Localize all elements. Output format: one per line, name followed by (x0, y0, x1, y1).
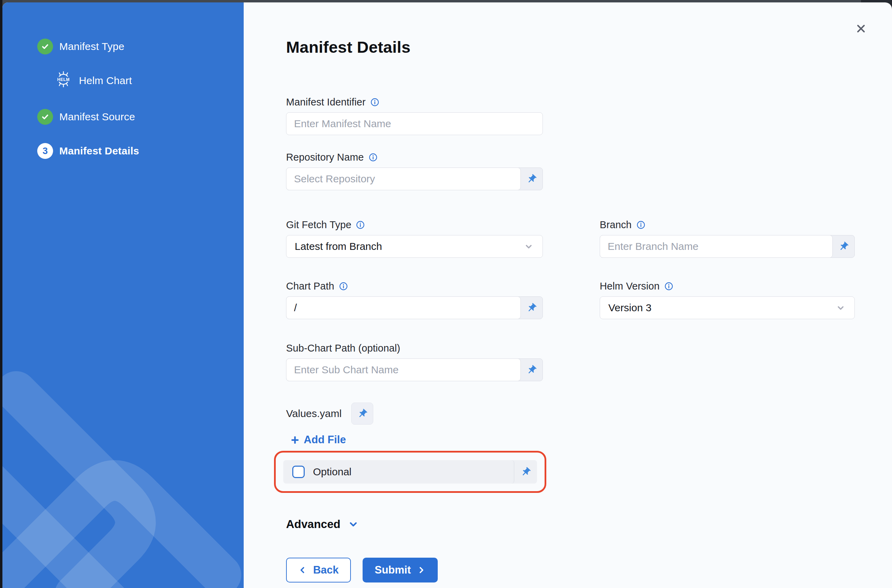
chart-path-field: Chart Path (286, 280, 543, 319)
helm-icon: HELM (53, 69, 73, 92)
chevron-left-icon (298, 566, 307, 574)
repository-name-label: Repository Name (286, 152, 364, 163)
helm-version-select[interactable]: Version 3 (600, 296, 855, 319)
back-button[interactable]: Back (286, 558, 351, 582)
step-complete-icon (37, 109, 53, 125)
submit-label: Submit (375, 564, 411, 576)
repository-name-field: Repository Name (286, 152, 543, 190)
chevron-down-icon (523, 241, 534, 252)
optional-checkbox[interactable] (292, 466, 305, 478)
chart-path-label: Chart Path (286, 280, 334, 292)
git-fetch-type-field: Git Fetch Type Latest from Branch (286, 219, 543, 258)
svg-text:HELM: HELM (57, 77, 70, 82)
chevron-right-icon (417, 566, 426, 574)
sub-chart-path-input[interactable] (286, 358, 521, 381)
plus-icon: + (291, 435, 299, 445)
back-label: Back (313, 564, 339, 576)
page-backdrop-left-edge (0, 0, 2, 588)
harness-logo-watermark (2, 371, 244, 588)
branch-field: Branch (600, 219, 855, 258)
advanced-section-toggle[interactable]: Advanced (286, 518, 858, 531)
add-file-label: Add File (304, 434, 346, 446)
wizard-steps: Manifest Type (2, 2, 244, 159)
pin-icon[interactable] (521, 359, 543, 381)
page-title: Manifest Details (286, 38, 892, 57)
helm-version-label: Helm Version (600, 280, 660, 292)
values-yaml-pin-button[interactable] (351, 403, 373, 424)
manifest-identifier-field: Manifest Identifier (286, 96, 543, 135)
helm-version-value: Version 3 (608, 302, 651, 314)
step-number-badge: 3 (37, 143, 53, 159)
pin-icon[interactable] (521, 168, 543, 190)
manifest-details-panel: Manifest Details Manifest Identifier Rep… (244, 2, 892, 588)
pin-icon (357, 408, 368, 419)
branch-label: Branch (600, 219, 632, 231)
info-icon[interactable] (369, 153, 378, 162)
manifest-identifier-label: Manifest Identifier (286, 96, 366, 108)
info-icon[interactable] (339, 282, 348, 291)
info-icon[interactable] (356, 220, 365, 230)
sidebar-step-manifest-type[interactable]: Manifest Type (37, 39, 244, 54)
chart-path-input[interactable] (286, 296, 521, 319)
sub-chart-path-label: Sub-Chart Path (optional) (286, 343, 400, 354)
step-complete-icon (37, 39, 53, 54)
wizard-sidebar: Manifest Type (2, 2, 244, 588)
values-optional-field: Optional (283, 460, 537, 484)
optional-checkbox-label: Optional (313, 466, 352, 478)
git-fetch-type-select[interactable]: Latest from Branch (286, 235, 543, 258)
add-file-button[interactable]: + Add File (291, 434, 858, 446)
submit-button[interactable]: Submit (363, 558, 438, 582)
step-label: Manifest Details (59, 145, 139, 157)
info-icon[interactable] (664, 282, 673, 291)
pin-icon[interactable] (514, 466, 537, 477)
manifest-wizard-modal: Manifest Type (2, 2, 892, 588)
step-label: Manifest Source (59, 111, 135, 123)
repository-name-input[interactable] (286, 168, 521, 190)
optional-checkbox-group: Optional (283, 460, 514, 484)
chevron-down-icon (348, 518, 359, 530)
info-icon[interactable] (636, 220, 646, 230)
manifest-identifier-input[interactable] (286, 112, 543, 135)
branch-input[interactable] (600, 235, 833, 258)
step-label: Helm Chart (79, 75, 132, 87)
wizard-actions: Back Submit (286, 558, 858, 582)
annotation-highlight-ring: Optional (274, 451, 546, 493)
helm-version-field: Helm Version Version 3 (600, 280, 855, 319)
info-icon[interactable] (370, 98, 379, 107)
values-yaml-label: Values.yaml (286, 408, 342, 420)
advanced-label: Advanced (286, 518, 340, 531)
step-label: Manifest Type (59, 40, 124, 52)
git-fetch-type-value: Latest from Branch (295, 241, 382, 252)
pin-icon[interactable] (833, 236, 855, 258)
sidebar-step-manifest-details[interactable]: 3 Manifest Details (37, 143, 244, 159)
values-yaml-row: Values.yaml (286, 403, 858, 424)
sidebar-step-helm-chart[interactable]: HELM Helm Chart (53, 69, 244, 92)
sidebar-step-manifest-source[interactable]: Manifest Source (37, 109, 244, 125)
chevron-down-icon (835, 302, 846, 313)
close-icon[interactable] (853, 20, 869, 37)
pin-icon[interactable] (521, 297, 543, 319)
sub-chart-path-field: Sub-Chart Path (optional) (286, 343, 543, 381)
manifest-details-form: Manifest Identifier Repository Name (286, 96, 858, 582)
git-fetch-type-label: Git Fetch Type (286, 219, 351, 231)
